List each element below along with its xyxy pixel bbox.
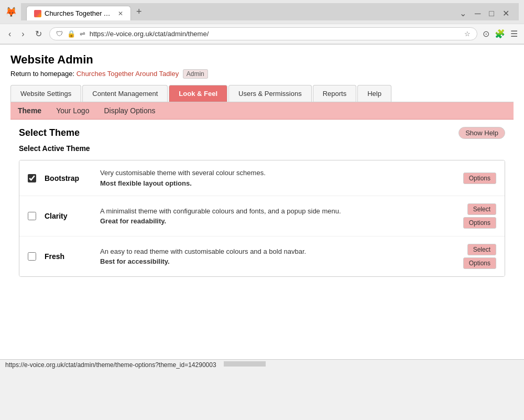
theme-desc-bold-bootstrap: Most flexible layout options.: [100, 178, 455, 189]
theme-desc-text-bootstrap: Very customisable theme with several col…: [100, 169, 266, 177]
theme-row-bootstrap: Bootstrap Very customisable theme with s…: [19, 160, 505, 196]
page-title: Website Admin: [10, 53, 514, 67]
theme-name-fresh: Fresh: [45, 252, 92, 261]
subtab-theme[interactable]: Theme: [16, 105, 43, 116]
theme-desc-text-fresh: An easy to read theme with customisable …: [100, 247, 306, 255]
forward-button[interactable]: ›: [18, 28, 27, 40]
tab-dropdown-button[interactable]: ⌄: [455, 6, 471, 20]
theme-desc-fresh: An easy to read theme with customisable …: [100, 246, 455, 267]
options-button-bootstrap[interactable]: Options: [463, 173, 496, 184]
tab-reports[interactable]: Reports: [313, 85, 357, 102]
close-button[interactable]: ✕: [498, 6, 514, 20]
browser-nav: ‹ › ↻ 🛡 🔒 ⇌ https://e-voice.org.uk/ctat/…: [0, 24, 524, 44]
return-label: Return to homepage:: [10, 70, 74, 78]
theme-name-clarity: Clarity: [45, 212, 92, 220]
section-heading: Select Active Theme: [19, 144, 505, 153]
subtab-your-logo[interactable]: Your Logo: [54, 105, 91, 116]
theme-row-fresh: Fresh An easy to read theme with customi…: [19, 236, 505, 276]
theme-desc-bootstrap: Very customisable theme with several col…: [100, 168, 455, 188]
new-tab-button[interactable]: +: [131, 3, 147, 20]
back-button[interactable]: ‹: [5, 28, 14, 40]
url-display: https://e-voice.org.uk/ctat/admin/theme/: [90, 30, 460, 38]
theme-actions-clarity: Select Options: [463, 203, 496, 229]
theme-desc-bold-fresh: Best for accessibility.: [100, 256, 455, 267]
theme-desc-text-clarity: A minimalist theme with configurable col…: [100, 207, 341, 215]
active-tab[interactable]: Churches Together Around Tad… ✕: [26, 6, 131, 20]
theme-desc-clarity: A minimalist theme with configurable col…: [100, 206, 455, 227]
admin-badge: Admin: [183, 69, 208, 79]
theme-desc-bold-clarity: Great for readability.: [100, 216, 455, 227]
options-button-clarity[interactable]: Options: [463, 217, 496, 229]
options-button-fresh[interactable]: Options: [463, 257, 496, 269]
heading-text: Select Theme: [19, 127, 80, 138]
status-bar: https://e-voice.org.uk/ctat/admin/theme/…: [0, 359, 524, 370]
tab-users-permissions[interactable]: Users & Permissions: [228, 85, 312, 102]
tab-content-management[interactable]: Content Management: [82, 85, 168, 102]
browser-extra-buttons: ⊙ 🧩 ☰: [482, 28, 519, 40]
browser-chrome: 🦊 Churches Together Around Tad… ✕ + ⌄ ─ …: [0, 0, 524, 45]
status-url: https://e-voice.org.uk/ctat/admin/theme/…: [5, 361, 216, 369]
select-button-fresh[interactable]: Select: [467, 244, 496, 255]
theme-table: Bootstrap Very customisable theme with s…: [19, 160, 505, 277]
address-bar[interactable]: 🛡 🔒 ⇌ https://e-voice.org.uk/ctat/admin/…: [49, 27, 477, 40]
select-button-clarity[interactable]: Select: [467, 203, 496, 215]
security-icon: 🛡: [56, 30, 63, 38]
tab-help[interactable]: Help: [357, 85, 391, 102]
browser-controls: 🦊: [5, 6, 17, 18]
theme-actions-fresh: Select Options: [463, 244, 496, 269]
theme-name-bootstrap: Bootstrap: [45, 174, 92, 182]
maximize-button[interactable]: □: [485, 7, 498, 20]
pocket-button[interactable]: ⊙: [482, 28, 490, 40]
tab-bar: Churches Together Around Tad… ✕ + ⌄ ─ □ …: [21, 3, 519, 20]
theme-actions-bootstrap: Options: [463, 173, 496, 184]
theme-row-clarity: Clarity A minimalist theme with configur…: [19, 196, 505, 236]
tab-title: Churches Together Around Tad…: [45, 9, 115, 17]
tab-favicon: [34, 10, 41, 17]
sub-nav-tabs: Theme Your Logo Display Options: [10, 102, 514, 120]
bookmark-icon[interactable]: ☆: [464, 30, 471, 38]
status-bar-indicator: [224, 361, 266, 367]
homepage-link[interactable]: Churches Together Around Tadley: [77, 70, 179, 78]
reload-button[interactable]: ↻: [32, 28, 45, 40]
extensions-button[interactable]: 🧩: [494, 28, 506, 40]
tab-look-and-feel[interactable]: Look & Feel: [169, 85, 227, 102]
page-heading: Select Theme Show Help: [19, 127, 505, 139]
wifi-icon: ⇌: [80, 30, 85, 38]
lock-icon: 🔒: [67, 30, 75, 38]
theme-checkbox-fresh[interactable]: [28, 252, 36, 261]
minimize-button[interactable]: ─: [471, 7, 485, 20]
theme-checkbox-clarity[interactable]: [28, 212, 36, 220]
tab-website-settings[interactable]: Website Settings: [10, 85, 81, 102]
menu-button[interactable]: ☰: [509, 28, 519, 40]
main-area: Select Theme Show Help Select Active The…: [10, 120, 514, 284]
return-line: Return to homepage: Churches Together Ar…: [10, 70, 514, 78]
tab-close-button[interactable]: ✕: [118, 10, 123, 17]
show-help-button[interactable]: Show Help: [458, 127, 505, 139]
page-content: Website Admin Return to homepage: Church…: [0, 45, 524, 359]
subtab-display-options[interactable]: Display Options: [102, 105, 157, 116]
theme-checkbox-bootstrap[interactable]: [28, 174, 36, 182]
main-nav-tabs: Website Settings Content Management Look…: [10, 85, 514, 102]
browser-titlebar: 🦊 Churches Together Around Tad… ✕ + ⌄ ─ …: [0, 0, 524, 24]
